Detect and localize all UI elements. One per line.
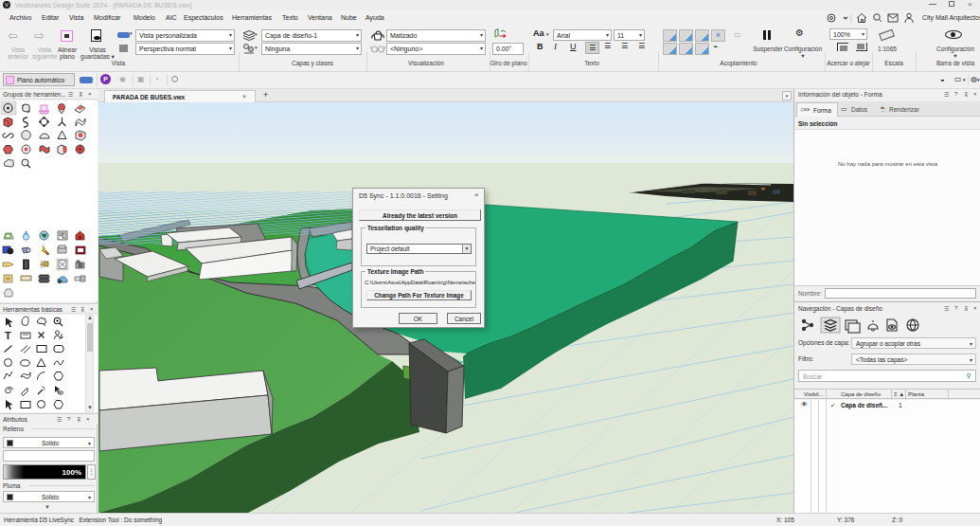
svg-text:T: T bbox=[5, 330, 11, 341]
